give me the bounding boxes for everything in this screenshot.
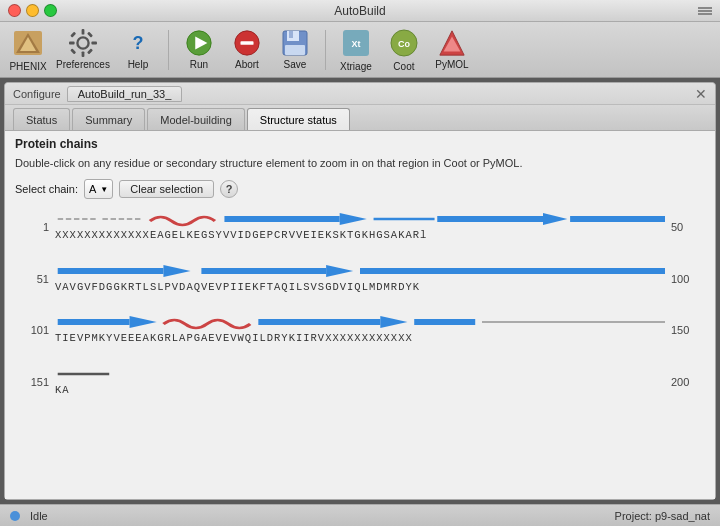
- seq-end-2: 100: [665, 273, 705, 285]
- tabs-bar: Status Summary Model-building Structure …: [5, 105, 715, 131]
- svg-rect-12: [70, 48, 76, 54]
- run-label: Run: [190, 59, 208, 70]
- svg-rect-8: [82, 51, 85, 57]
- chain-value: A: [89, 183, 96, 195]
- maximize-button[interactable]: [44, 4, 57, 17]
- secondary-struct-1: [55, 211, 665, 227]
- toolbar-pymol[interactable]: PyMOL: [432, 29, 472, 70]
- svg-rect-22: [285, 45, 305, 55]
- coot-icon: Co: [388, 27, 420, 59]
- svg-marker-45: [380, 316, 407, 328]
- abort-label: Abort: [235, 59, 259, 70]
- seq-end-3: 150: [665, 324, 705, 336]
- configure-bar: Configure AutoBuild_run_33_ ✕: [5, 83, 715, 105]
- close-panel-button[interactable]: ✕: [695, 87, 707, 101]
- toolbar-phenix[interactable]: PHENIX: [8, 27, 48, 72]
- svg-point-6: [77, 37, 88, 48]
- struct-svg-3: [55, 314, 665, 330]
- seq-start-3: 101: [15, 324, 55, 336]
- tab-structure-status[interactable]: Structure status: [247, 108, 350, 130]
- seq-text-4: KA: [55, 383, 665, 398]
- seq-block-3: TIEVPMKYVEEEAKGRLAPGAEVEVWQILDRYKIIRVXXX…: [55, 314, 665, 346]
- sequence-row-3: 101: [15, 314, 705, 346]
- window-title: AutoBuild: [334, 4, 385, 18]
- seq-end-4: 200: [665, 376, 705, 388]
- clear-selection-button[interactable]: Clear selection: [119, 180, 214, 198]
- help-icon: ?: [124, 29, 152, 57]
- configure-tab[interactable]: AutoBuild_run_33_: [67, 86, 183, 102]
- svg-marker-40: [326, 265, 353, 277]
- svg-rect-11: [70, 32, 76, 38]
- svg-marker-43: [130, 316, 157, 328]
- tab-model-building[interactable]: Model-building: [147, 108, 245, 130]
- title-bar: AutoBuild: [0, 0, 720, 22]
- phenix-icon: [12, 27, 44, 59]
- svg-marker-35: [543, 213, 567, 225]
- toolbar-coot[interactable]: Co Coot: [384, 27, 424, 72]
- toolbar-xtriage[interactable]: Xt Xtriage: [336, 27, 376, 72]
- status-text: Idle: [30, 510, 48, 522]
- toolbar-sep-2: [325, 30, 326, 70]
- coot-label: Coot: [393, 61, 414, 72]
- struct-svg-2: [55, 263, 665, 279]
- run-icon: [185, 29, 213, 57]
- chain-arrow: ▼: [100, 185, 108, 194]
- toolbar-save[interactable]: Save: [275, 29, 315, 70]
- tab-status[interactable]: Status: [13, 108, 70, 130]
- controls-row: Select chain: A ▼ Clear selection ?: [5, 175, 715, 203]
- info-text: Double-click on any residue or secondary…: [5, 155, 715, 175]
- sequence-row-1: 1: [15, 211, 705, 243]
- save-label: Save: [284, 59, 307, 70]
- svg-marker-32: [340, 213, 367, 225]
- close-button[interactable]: [8, 4, 21, 17]
- toolbar-preferences[interactable]: Preferences: [56, 29, 110, 70]
- abort-icon: [233, 29, 261, 57]
- sequence-area[interactable]: 1: [5, 203, 715, 499]
- main-panel: Configure AutoBuild_run_33_ ✕ Status Sum…: [4, 82, 716, 500]
- pymol-icon: [438, 29, 466, 57]
- seq-start-2: 51: [15, 273, 55, 285]
- phenix-label: PHENIX: [9, 61, 46, 72]
- status-project: Project: p9-sad_nat: [615, 510, 710, 522]
- svg-rect-21: [289, 31, 293, 38]
- section-header: Protein chains: [5, 131, 715, 155]
- tab-summary[interactable]: Summary: [72, 108, 145, 130]
- sequence-row-2: 51: [15, 263, 705, 295]
- svg-rect-9: [69, 42, 75, 45]
- seq-start-1: 1: [15, 221, 55, 233]
- seq-start-4: 151: [15, 376, 55, 388]
- secondary-struct-2: [55, 263, 665, 279]
- preferences-label: Preferences: [56, 59, 110, 70]
- secondary-struct-4: [55, 366, 665, 382]
- svg-rect-0: [698, 7, 712, 9]
- seq-text-1: XXXXXXXXXXXXXEAGELKEGSYVVIDGEPCRVVEIEKSK…: [55, 228, 665, 243]
- svg-rect-7: [82, 29, 85, 35]
- resize-icon: [698, 7, 712, 15]
- help-button[interactable]: ?: [220, 180, 238, 198]
- toolbar-run[interactable]: Run: [179, 29, 219, 70]
- seq-block-4: KA: [55, 366, 665, 398]
- chain-label: Select chain:: [15, 183, 78, 195]
- toolbar-abort[interactable]: Abort: [227, 29, 267, 70]
- svg-rect-13: [87, 32, 93, 38]
- toolbar-help[interactable]: ? Help: [118, 29, 158, 70]
- content-area: Protein chains Double-click on any resid…: [5, 131, 715, 499]
- chain-select[interactable]: A ▼: [84, 179, 113, 199]
- configure-label: Configure: [13, 88, 61, 100]
- save-icon: [281, 29, 309, 57]
- status-indicator: [10, 511, 20, 521]
- pymol-label: PyMOL: [435, 59, 468, 70]
- svg-rect-2: [698, 13, 712, 15]
- window-controls[interactable]: [8, 4, 57, 17]
- svg-rect-1: [698, 10, 712, 12]
- seq-text-3: TIEVPMKYVEEEAKGRLAPGAEVEVWQILDRYKIIRVXXX…: [55, 331, 665, 346]
- seq-block-2: VAVGVFDGGKRTLSLPVDAQVEVPIIEKFTAQILSVSGDV…: [55, 263, 665, 295]
- struct-svg-1: [55, 211, 665, 227]
- struct-svg-4: [55, 366, 665, 382]
- svg-text:Xt: Xt: [351, 39, 360, 49]
- toolbar-sep-1: [168, 30, 169, 70]
- seq-block-1: XXXXXXXXXXXXXEAGELKEGSYVVIDGEPCRVVEIEKSK…: [55, 211, 665, 243]
- xtriage-icon: Xt: [340, 27, 372, 59]
- seq-end-1: 50: [665, 221, 705, 233]
- minimize-button[interactable]: [26, 4, 39, 17]
